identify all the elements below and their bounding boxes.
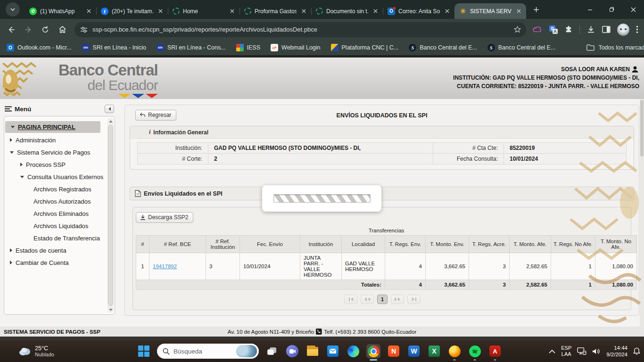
window-close-button[interactable] — [622, 0, 644, 19]
volume-icon[interactable] — [592, 348, 601, 355]
tab-facebook[interactable]: f (20+) Te invitam... — [96, 3, 168, 19]
bookmark-webmail[interactable]: cPWebmail Login — [271, 44, 320, 51]
regresar-button[interactable]: Regresar — [135, 110, 176, 121]
extensions-puzzle-icon[interactable] — [564, 25, 573, 34]
start-button[interactable] — [137, 344, 151, 358]
downloads-icon[interactable] — [586, 25, 595, 34]
network-icon[interactable] — [577, 347, 586, 355]
current-page-button[interactable]: 1 — [377, 295, 388, 304]
scroll-down-icon[interactable] — [107, 306, 114, 313]
menu-item-procesos-ssp[interactable]: Procesos SSP — [4, 158, 107, 171]
tab-whatsapp[interactable]: ✆ (1) WhatsApp — [25, 3, 96, 19]
scrollbar-thumb[interactable] — [108, 125, 113, 306]
page-scrollbar-thumb[interactable] — [640, 100, 644, 156]
bookmark-cnc[interactable]: Plataforma CNC | C... — [331, 44, 399, 51]
task-view-button[interactable] — [265, 344, 279, 358]
menu-item-consulta-usuarios-externos[interactable]: Consulta Usuarios Externos — [4, 171, 107, 183]
menu-item-archivos-liquidados[interactable]: Archivos Liquidados — [4, 220, 107, 232]
prev-page-button[interactable] — [361, 295, 374, 304]
menu-item-cambiar-de-cuenta[interactable]: Cambiar de Cuenta — [4, 256, 107, 269]
tab-documento[interactable]: Documento sin t... — [311, 3, 383, 19]
bookmarks-bar: OOutlook.com - Micr... SRISRI en Línea -… — [0, 40, 644, 56]
menu-collapse-button[interactable] — [105, 105, 114, 113]
taskbar-chrome[interactable] — [366, 344, 380, 358]
taskbar-mail[interactable] — [326, 344, 340, 358]
tab-correo[interactable]: O Correo: Anita So... — [383, 3, 454, 19]
page-scrollbar[interactable] — [640, 99, 644, 327]
menu-item-estado-transferencia[interactable]: Estado de Transferencia — [4, 232, 107, 244]
first-page-button[interactable] — [344, 295, 357, 304]
all-bookmarks-button[interactable]: Todos los marcadores — [586, 44, 644, 51]
window-minimize-button[interactable] — [579, 0, 601, 19]
tab-home[interactable]: Home — [168, 3, 239, 19]
tab-close-icon[interactable] — [157, 8, 164, 15]
tab-close-icon[interactable] — [515, 8, 522, 15]
tab-sistema-servicio[interactable]: ☀ SISTEMA SERVIC — [454, 3, 526, 19]
taskbar-file-explorer[interactable] — [305, 344, 320, 358]
search-highlight-image[interactable] — [236, 345, 257, 357]
tab-close-icon[interactable] — [300, 8, 307, 15]
ref-bce-link[interactable]: 19417892 — [153, 263, 177, 269]
bookmark-bce-2[interactable]: SBanco Central del E... — [487, 44, 556, 51]
menu-item-archivos-eliminados[interactable]: Archivos Eliminados — [4, 207, 107, 220]
menu-item-estados-de-cuenta[interactable]: Estados de cuenta — [4, 244, 107, 256]
bookmark-outlook[interactable]: OOutlook.com - Micr... — [7, 44, 72, 51]
menu-item-archivos-autorizados[interactable]: Archivos Autorizados — [4, 195, 107, 207]
tab-close-icon[interactable] — [443, 8, 451, 15]
site-settings-icon[interactable] — [80, 26, 88, 33]
side-panel-icon[interactable] — [602, 25, 611, 34]
taskbar-acrobat[interactable]: A — [488, 344, 502, 358]
menu-item-sistema-servicio-pagos[interactable]: Sistema Servicio de Pagos — [4, 146, 107, 158]
browser-menu-kebab-icon[interactable] — [636, 25, 638, 33]
taskbar-chat[interactable] — [285, 344, 299, 358]
toolbar-actions — [531, 24, 640, 36]
taskbar-clock[interactable]: 14:44 9/2/2024 — [606, 345, 627, 358]
menu-item-pagina-principal[interactable]: PAGINA PRINCIPAL — [5, 121, 100, 133]
address-bar[interactable]: ssp-scpn.bce.fin.ec/scpn_ssp/privado/rep… — [74, 22, 526, 37]
bookmark-sri-inicio[interactable]: SRISRI en Línea - Inicio — [82, 44, 146, 51]
menu-item-administracion[interactable]: Administración — [4, 134, 107, 146]
taskbar-nitro[interactable]: N — [387, 344, 401, 358]
taskbar-edge[interactable] — [346, 344, 360, 358]
tab-proforma[interactable]: Proforma Gastos — [239, 3, 311, 19]
col-t-regs-acre: T. Regs. Acre. — [469, 236, 510, 253]
taskbar-excel[interactable]: X — [427, 344, 441, 358]
notification-bell-icon[interactable] — [633, 347, 640, 355]
scroll-up-icon[interactable] — [107, 118, 114, 124]
tab-search-button[interactable] — [6, 2, 20, 16]
menu-item-archivos-registrados[interactable]: Archivos Registrados — [4, 183, 107, 195]
last-page-button[interactable] — [407, 295, 421, 304]
bookmark-star-icon[interactable] — [513, 25, 521, 33]
window-restore-button[interactable] — [601, 0, 622, 19]
taskbar-word[interactable]: W — [407, 344, 421, 358]
extension-cloud-icon[interactable] — [533, 26, 543, 33]
translate-icon[interactable] — [549, 25, 558, 34]
next-page-button[interactable] — [391, 295, 404, 304]
search-input[interactable] — [173, 348, 232, 355]
profile-avatar[interactable] — [617, 24, 629, 36]
title-row: Regresar ENVÍOS LIQUIDADOS EN EL SPI — [129, 110, 635, 121]
word-icon: W — [408, 346, 420, 357]
tab-close-icon[interactable] — [85, 8, 92, 15]
weather-widget[interactable]: 25°C Nublado — [18, 345, 54, 357]
taskbar-firefox[interactable] — [447, 344, 462, 358]
descarga-ssp2-button[interactable]: Descarga SSP2 — [136, 212, 193, 223]
forward-icon[interactable] — [21, 22, 36, 37]
excel-icon: X — [429, 346, 440, 357]
new-tab-button[interactable] — [530, 3, 542, 16]
bce-logo: Banco Central del Ecuador — [0, 58, 158, 99]
tray-chevron-up-icon[interactable] — [549, 349, 555, 354]
tab-close-icon[interactable] — [372, 8, 379, 15]
taskbar-search[interactable] — [157, 344, 259, 359]
cell-localidad: GAD VALLE HERMOSO — [342, 253, 385, 280]
tab-close-icon[interactable] — [228, 8, 236, 15]
language-indicator[interactable]: ESP LAA — [561, 345, 571, 357]
bookmark-sri-consultas[interactable]: SRISRI en Línea - Cons... — [157, 44, 226, 51]
bookmark-iess[interactable]: IESS — [236, 44, 261, 51]
back-icon[interactable] — [4, 22, 19, 37]
menu-scrollbar[interactable] — [107, 118, 114, 313]
taskbar-spotify[interactable] — [468, 344, 482, 358]
bookmark-bce-1[interactable]: SBanco Central del E... — [409, 44, 477, 51]
home-icon[interactable] — [55, 22, 70, 37]
reload-icon[interactable] — [38, 22, 53, 37]
